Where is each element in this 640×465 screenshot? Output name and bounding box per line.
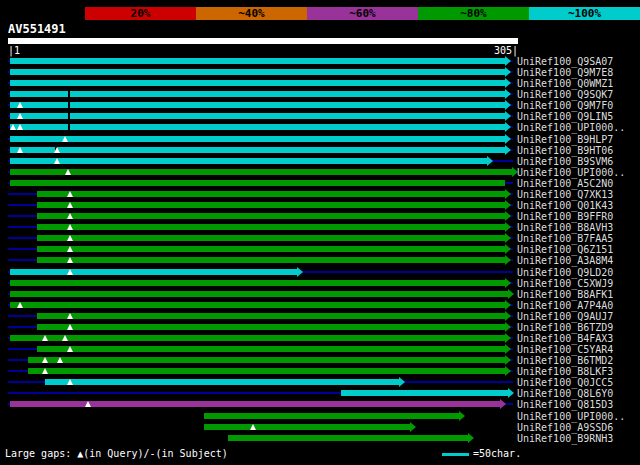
alignment-bar[interactable] [37, 257, 505, 263]
hit-label[interactable]: UniRef100_B4FAX3 [517, 333, 613, 344]
arrow-right-icon [459, 411, 465, 421]
query-gap-marker [54, 147, 60, 153]
hit-label[interactable]: UniRef100_B8LKF3 [517, 366, 613, 377]
alignment-bar[interactable] [10, 80, 505, 86]
hit-label[interactable]: UniRef100_Q9LD20 [517, 267, 613, 278]
hit-label[interactable]: UniRef100_B8AVH3 [517, 222, 613, 233]
arrow-right-icon [505, 355, 511, 365]
alignment-bar[interactable] [10, 269, 297, 275]
alignment-bar[interactable] [10, 401, 500, 407]
alignment-bar[interactable] [37, 346, 505, 352]
arrow-right-icon [487, 156, 493, 166]
subject-gap-marker [68, 102, 70, 108]
alignment-bar[interactable] [10, 58, 505, 64]
alignment-bar[interactable] [10, 147, 505, 153]
hit-label[interactable]: UniRef100_B6TMD2 [517, 355, 613, 366]
hit-label[interactable]: UniRef100_B6TZD9 [517, 322, 613, 333]
query-gap-marker [17, 147, 23, 153]
arrow-right-icon [505, 200, 511, 210]
alignment-row: UniRef100_A7P4A0 [0, 300, 640, 311]
alignment-bar[interactable] [37, 313, 505, 319]
alignment-bar[interactable] [37, 202, 505, 208]
hit-label[interactable]: UniRef100_B9HT06 [517, 145, 613, 156]
hit-label[interactable]: UniRef100_A9SSD6 [517, 422, 613, 433]
hit-label[interactable]: UniRef100_Q9SA07 [517, 56, 613, 67]
alignment-bar[interactable] [228, 435, 468, 441]
alignment-bar[interactable] [10, 91, 505, 97]
query-gap-marker [17, 113, 23, 119]
arrow-right-icon [505, 244, 511, 254]
hit-label[interactable]: UniRef100_B8AFK1 [517, 289, 613, 300]
hit-label[interactable]: UniRef100_A5C2N0 [517, 178, 613, 189]
arrow-right-icon [505, 56, 511, 66]
arrow-right-icon [297, 267, 303, 277]
hit-label[interactable]: UniRef100_Q0WMZ1 [517, 78, 613, 89]
alignment-bar[interactable] [10, 136, 505, 142]
alignment-bar[interactable] [37, 235, 505, 241]
alignment-row: UniRef100_B8AFK1 [0, 289, 640, 300]
alignment-bar[interactable] [10, 102, 505, 108]
alignment-row: UniRef100_Q01K43 [0, 200, 640, 211]
alignment-bar[interactable] [37, 191, 505, 197]
hit-label[interactable]: UniRef100_Q7XK13 [517, 189, 613, 200]
hit-label[interactable]: UniRef100_A3A8M4 [517, 255, 613, 266]
hit-label[interactable]: UniRef100_B9FFR0 [517, 211, 613, 222]
hit-label[interactable]: UniRef100_Q9SQK7 [517, 89, 613, 100]
alignment-row: UniRef100_Q9AUJ7 [0, 311, 640, 322]
alignment-bar[interactable] [10, 113, 505, 119]
hit-label[interactable]: UniRef100_UPI000.. [517, 122, 625, 133]
hit-label[interactable]: UniRef100_Q9AUJ7 [517, 311, 613, 322]
alignment-bar[interactable] [204, 424, 410, 430]
alignment-row: UniRef100_B9RNH3 [0, 433, 640, 444]
alignment-bar[interactable] [10, 291, 508, 297]
hit-label[interactable]: UniRef100_Q8L6Y0 [517, 388, 613, 399]
alignment-bar[interactable] [10, 124, 505, 130]
hit-label[interactable]: UniRef100_B7FAA5 [517, 233, 613, 244]
alignment-bar[interactable] [10, 302, 505, 308]
query-gap-marker [67, 313, 73, 319]
alignment-bar[interactable] [37, 224, 505, 230]
alignment-row: UniRef100_Q0JCC5 [0, 377, 640, 388]
alignment-bar[interactable] [45, 379, 399, 385]
query-gap-marker [42, 368, 48, 374]
hit-label[interactable]: UniRef100_Q815D3 [517, 399, 613, 410]
hit-label[interactable]: UniRef100_C5XWJ9 [517, 278, 613, 289]
hit-label[interactable]: UniRef100_UPI000.. [517, 411, 625, 422]
alignment-bar[interactable] [37, 213, 505, 219]
alignment-bar[interactable] [37, 324, 505, 330]
alignment-bar[interactable] [10, 280, 505, 286]
alignment-bar[interactable] [10, 158, 487, 164]
hit-label[interactable]: UniRef100_UPI000.. [517, 167, 625, 178]
hit-label[interactable]: UniRef100_Q9M7F0 [517, 100, 613, 111]
alignment-bar[interactable] [37, 246, 505, 252]
arrow-right-icon [505, 300, 511, 310]
alignment-row: UniRef100_UPI000.. [0, 167, 640, 178]
hit-label[interactable]: UniRef100_Q9LIN5 [517, 111, 613, 122]
alignment-bar[interactable] [10, 169, 512, 175]
hit-label[interactable]: UniRef100_Q01K43 [517, 200, 613, 211]
alignment-bar[interactable] [28, 357, 505, 363]
alignment-bar[interactable] [10, 335, 505, 341]
hit-label[interactable]: UniRef100_B9HLP7 [517, 134, 613, 145]
alignment-bar[interactable] [10, 69, 505, 75]
alignment-bar[interactable] [10, 180, 505, 186]
hit-label[interactable]: UniRef100_B9RNH3 [517, 433, 613, 444]
query-gap-marker [54, 158, 60, 164]
alignment-bar[interactable] [28, 368, 505, 374]
alignment-bar[interactable] [341, 390, 508, 396]
hit-label[interactable]: UniRef100_Q6Z151 [517, 244, 613, 255]
hit-label[interactable]: UniRef100_C5YAR4 [517, 344, 613, 355]
alignment-row: UniRef100_Q9M7F0 [0, 100, 640, 111]
alignment-bar[interactable] [204, 413, 459, 419]
hit-label[interactable]: UniRef100_A7P4A0 [517, 300, 613, 311]
alignment-row: UniRef100_Q815D3 [0, 399, 640, 410]
arrow-right-icon [505, 278, 511, 288]
hit-label[interactable]: UniRef100_Q9M7E8 [517, 67, 613, 78]
alignment-row: UniRef100_Q0WMZ1 [0, 78, 640, 89]
blast-graphic-overview: 20%~40%~60%~80%~100% AV551491 |1 305| Un… [0, 0, 640, 465]
query-gap-marker [62, 335, 68, 341]
arrow-right-icon [505, 255, 511, 265]
hit-label[interactable]: UniRef100_Q0JCC5 [517, 377, 613, 388]
hit-label[interactable]: UniRef100_B9SVM6 [517, 156, 613, 167]
arrow-right-icon [468, 433, 474, 443]
